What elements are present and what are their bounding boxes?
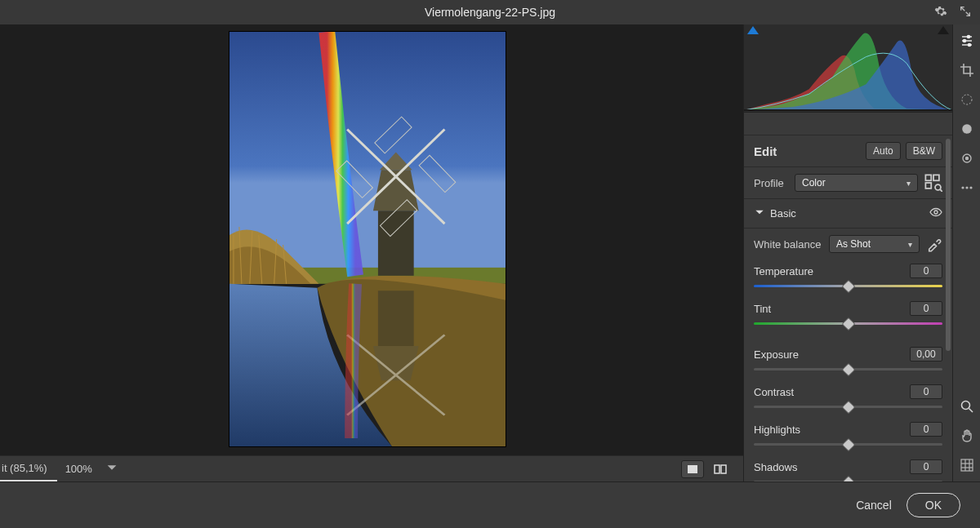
sliders-icon[interactable] xyxy=(959,33,975,49)
white-balance-row: White balance As Shot ▾ xyxy=(744,229,952,260)
section-basic-header[interactable]: Basic xyxy=(744,199,952,229)
profile-label: Profile xyxy=(754,177,795,189)
compare-view-button[interactable] xyxy=(709,460,732,478)
cancel-button[interactable]: Cancel xyxy=(856,499,892,512)
presets-icon[interactable] xyxy=(959,180,975,196)
edit-header: Edit Auto B&W xyxy=(744,135,952,167)
eyedropper-icon[interactable] xyxy=(926,236,942,252)
panel-scrollbar[interactable] xyxy=(946,139,951,351)
zoom-tool-icon[interactable] xyxy=(959,398,975,415)
svg-point-36 xyxy=(967,35,969,38)
slider-thumb[interactable] xyxy=(841,317,855,331)
histogram[interactable] xyxy=(744,24,952,113)
slider-thumb[interactable] xyxy=(841,401,855,415)
slider-thumb[interactable] xyxy=(841,438,855,452)
slider-temperature[interactable]: Temperature0 xyxy=(744,260,952,297)
profile-row: Profile Color ▾ xyxy=(744,167,952,199)
eye-icon[interactable] xyxy=(929,206,942,221)
bw-button[interactable]: B&W xyxy=(906,142,942,160)
slider-value[interactable]: 0 xyxy=(910,422,942,437)
redeye-icon[interactable] xyxy=(959,150,975,166)
slider-exposure[interactable]: Exposure0,00 xyxy=(744,343,952,380)
window-title: Viermolengang-22-PS.jpg xyxy=(425,6,555,19)
heal-icon[interactable] xyxy=(959,91,975,108)
svg-point-41 xyxy=(962,95,972,104)
chevron-down-icon: ▾ xyxy=(908,240,912,249)
slider-label: Highlights xyxy=(754,424,910,436)
titlebar-actions xyxy=(934,0,972,24)
chevron-down-icon xyxy=(754,206,765,220)
highlight-clip-icon[interactable] xyxy=(938,26,949,34)
hand-tool-icon[interactable] xyxy=(959,428,975,444)
slider-thumb[interactable] xyxy=(841,363,855,377)
section-basic-label: Basic xyxy=(770,207,929,220)
svg-rect-51 xyxy=(961,459,973,471)
shadow-clip-icon[interactable] xyxy=(747,26,759,34)
svg-point-32 xyxy=(935,184,941,190)
slider-value[interactable]: 0 xyxy=(910,384,942,399)
svg-rect-30 xyxy=(933,175,939,180)
svg-point-46 xyxy=(961,186,964,189)
footer-bar: Cancel OK xyxy=(0,481,980,528)
slider-shadows[interactable]: Shadows0 xyxy=(744,455,952,481)
slider-value[interactable]: 0 xyxy=(910,264,942,278)
canvas[interactable]: it (85,1%) 100% xyxy=(0,24,743,481)
svg-point-40 xyxy=(968,43,970,46)
profile-browser-icon[interactable] xyxy=(924,174,942,192)
slider-value[interactable]: 0,00 xyxy=(910,347,942,362)
slider-label: Tint xyxy=(754,303,910,315)
title-bar: Viermolengang-22-PS.jpg xyxy=(0,0,980,24)
zoom-100-button[interactable]: 100% xyxy=(57,463,100,475)
slider-tint[interactable]: Tint0 xyxy=(744,297,952,335)
chevron-down-icon: ▾ xyxy=(906,179,911,188)
slider-value[interactable]: 0 xyxy=(910,459,942,474)
profile-select[interactable]: Color ▾ xyxy=(795,174,918,192)
tool-strip xyxy=(952,24,980,481)
panel-gap xyxy=(744,113,952,135)
zoom-bar: it (85,1%) 100% xyxy=(0,455,743,481)
zoom-menu-icon[interactable] xyxy=(100,461,123,477)
slider-label: Shadows xyxy=(754,461,910,473)
slider-thumb[interactable] xyxy=(841,280,855,294)
ok-button[interactable]: OK xyxy=(906,493,960,517)
svg-rect-27 xyxy=(721,465,726,473)
svg-point-49 xyxy=(961,402,969,410)
svg-point-47 xyxy=(965,186,968,189)
svg-rect-25 xyxy=(688,465,697,473)
svg-line-50 xyxy=(969,409,973,413)
zoom-fit-button[interactable]: it (85,1%) xyxy=(0,456,57,481)
edit-title: Edit xyxy=(754,144,861,158)
mask-icon[interactable] xyxy=(959,121,975,137)
svg-rect-26 xyxy=(715,465,719,473)
svg-line-33 xyxy=(940,189,942,192)
edit-panel: Edit Auto B&W Profile Color ▾ Basic xyxy=(743,24,952,481)
profile-value: Color xyxy=(802,177,826,189)
slider-highlights[interactable]: Highlights0 xyxy=(744,418,952,455)
svg-point-34 xyxy=(934,211,938,214)
slider-label: Contrast xyxy=(754,386,910,398)
svg-rect-31 xyxy=(925,183,931,189)
gear-icon[interactable] xyxy=(934,5,947,20)
slider-label: Exposure xyxy=(754,348,910,361)
svg-point-45 xyxy=(965,158,968,160)
svg-rect-29 xyxy=(925,175,931,180)
svg-point-48 xyxy=(969,186,972,189)
slider-label: Temperature xyxy=(754,265,910,277)
crop-icon[interactable] xyxy=(959,62,975,78)
wb-value: As Shot xyxy=(836,238,871,250)
auto-button[interactable]: Auto xyxy=(866,142,901,160)
preview-image xyxy=(229,31,506,447)
main-area: it (85,1%) 100% xyxy=(0,24,980,481)
slider-contrast[interactable]: Contrast0 xyxy=(744,380,952,418)
fullscreen-icon[interactable] xyxy=(959,5,972,20)
svg-rect-13 xyxy=(378,291,414,346)
wb-select[interactable]: As Shot ▾ xyxy=(829,235,920,253)
svg-rect-2 xyxy=(378,211,414,276)
slider-thumb[interactable] xyxy=(841,476,855,481)
svg-point-38 xyxy=(963,39,965,42)
grid-icon[interactable] xyxy=(959,457,975,473)
slider-value[interactable]: 0 xyxy=(910,301,942,316)
single-view-button[interactable] xyxy=(681,460,704,478)
wb-label: White balance xyxy=(754,238,829,251)
